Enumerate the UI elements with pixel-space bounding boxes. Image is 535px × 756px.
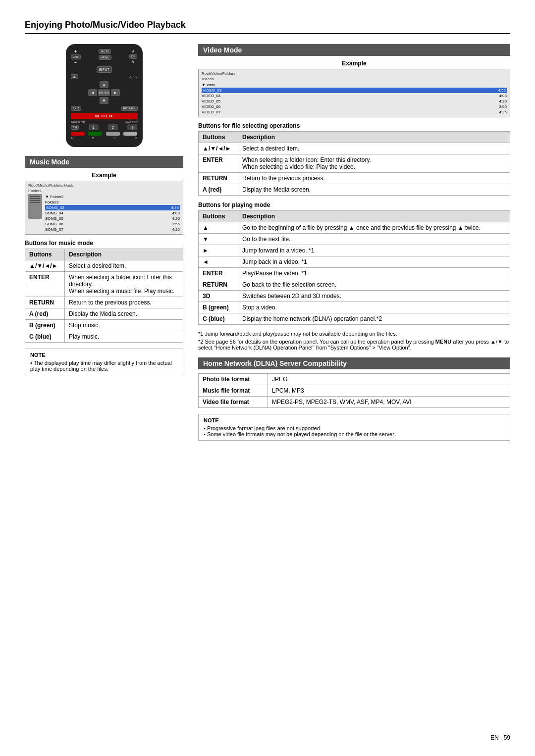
- music-desc-return: Return to the previous process.: [65, 297, 183, 308]
- table-row: ► Jump forward in a video. *1: [199, 245, 510, 256]
- ch-num-button[interactable]: CH: [71, 125, 79, 130]
- ch-button[interactable]: CH: [129, 54, 138, 59]
- nav-cluster: ▲ ◄ ENTER ► ▼: [71, 81, 138, 104]
- music-btn-green: B (green): [25, 320, 65, 331]
- pm-desc-blue: Display the home network (DLNA) operatio…: [238, 313, 510, 325]
- c-button[interactable]: [106, 132, 120, 136]
- fs-desc-nav: Select a desired item.: [238, 143, 510, 154]
- music-song-03: SONG_034:35: [45, 205, 180, 210]
- pm-col-buttons: Buttons: [199, 211, 238, 222]
- pm-btn-3d: 3D: [199, 291, 238, 302]
- footnote-1: *1 Jump forward/back and play/pause may …: [198, 331, 510, 337]
- dlna-header: Home Network (DLNA) Server Compatibility: [198, 357, 510, 369]
- music-song-06: SONG_063:55: [45, 221, 180, 227]
- table-row: ENTER When selecting a folder icon: Ente…: [199, 154, 510, 173]
- music-song-07: SONG_074:26: [45, 227, 180, 232]
- table-row: RETURN Return to the previous process.: [25, 297, 183, 308]
- video-screen-folder: Videos: [202, 77, 507, 81]
- music-screen-example: Root/Music/Folders/Music Folder1 ▼ Fo: [25, 181, 183, 235]
- page-number: EN · 59: [490, 734, 510, 741]
- music-btn-red: A (red): [25, 308, 65, 320]
- return-button[interactable]: RETURN: [121, 106, 138, 111]
- dlna-photo-value: JPEG: [268, 374, 510, 385]
- abcd-labels: ABCD: [71, 137, 138, 140]
- netflix-button[interactable]: NETFLIX: [71, 113, 138, 119]
- fs-col-buttons: Buttons: [199, 132, 238, 143]
- music-table-title: Buttons for music mode: [25, 240, 183, 247]
- pm-desc-up: Go to the beginning of a file by pressin…: [238, 222, 510, 234]
- video-example-label: Example: [198, 60, 510, 67]
- music-desc-nav: Select a desired item.: [65, 260, 183, 272]
- nav-left-button[interactable]: ◄: [88, 89, 97, 96]
- music-col-desc: Description: [65, 249, 183, 260]
- num3-button[interactable]: 3: [127, 124, 137, 130]
- dlna-photo-label: Photo file format: [199, 374, 268, 385]
- dlna-note-item-2: Some video file formats may not be playe…: [204, 431, 505, 437]
- file-selecting-table: Buttons for file selecting operations Bu…: [198, 122, 510, 196]
- num2-button[interactable]: 2: [108, 124, 118, 130]
- fs-btn-enter: ENTER: [199, 154, 238, 173]
- music-btn-nav: ▲/▼/◄/►: [25, 260, 65, 272]
- green-button[interactable]: [88, 132, 102, 136]
- music-folder-item2: Folder3: [45, 200, 180, 205]
- pm-btn-down: ▼: [199, 234, 238, 245]
- mute-button[interactable]: MUTE: [99, 49, 111, 54]
- table-row: ◄ Jump back in a video. *1: [199, 256, 510, 268]
- table-row: Video file format MPEG2-PS, MPEG2-TS, WM…: [199, 397, 510, 408]
- dlna-note-item-1: Progressive format jpeg files are not su…: [204, 425, 505, 431]
- 3d-button[interactable]: 3D: [71, 74, 79, 79]
- pm-desc-green: Stop a video.: [238, 302, 510, 313]
- dlna-note-title: NOTE: [204, 417, 505, 423]
- music-icon: [28, 194, 42, 219]
- video-06-item: VIDEO_063:50: [202, 104, 507, 109]
- table-row: Music file format LPCM, MP3: [199, 385, 510, 397]
- music-col-buttons: Buttons: [25, 249, 65, 260]
- video-07-item: VIDEO_074:26: [202, 109, 507, 115]
- footnote-2: *2 See page 56 for details on the operat…: [198, 339, 510, 351]
- table-row: C (blue) Play music.: [25, 331, 183, 343]
- pm-desc-down: Go to the next file.: [238, 234, 510, 245]
- pm-btn-fwd: ►: [199, 245, 238, 256]
- vol-button[interactable]: VOL: [71, 54, 81, 59]
- video-file-list: ▼ xmrv VIDEO_034:56 VIDEO_044:08 VIDEO_0…: [202, 82, 507, 115]
- music-song-05: SONG_054:20: [45, 216, 180, 221]
- table-row: C (blue) Display the home network (DLNA)…: [199, 313, 510, 325]
- table-row: 3D Switches between 2D and 3D modes.: [199, 291, 510, 302]
- table-row: B (green) Stop a video.: [199, 302, 510, 313]
- red-button[interactable]: [71, 132, 85, 136]
- music-btn-blue: C (blue): [25, 331, 65, 343]
- pm-btn-enter: ENTER: [199, 268, 238, 279]
- music-file-list: ▼ Folder2 Folder3 SONG_034:35 SONG_044:0…: [45, 194, 180, 232]
- music-screen-folder: Folder1: [28, 189, 180, 193]
- music-note-item: The displayed play time may differ sligh…: [30, 360, 178, 372]
- menu-button[interactable]: MENU: [99, 55, 111, 60]
- input-button[interactable]: INPUT: [97, 66, 112, 73]
- table-row: ENTER Play/Pause the video. *1: [199, 268, 510, 279]
- num1-button[interactable]: 1: [89, 124, 99, 130]
- music-desc-blue: Play music.: [65, 331, 183, 343]
- dlna-music-value: LPCM, MP3: [268, 385, 510, 397]
- table-row: RETURN Go back to the file selection scr…: [199, 279, 510, 291]
- pm-btn-up: ▲: [199, 222, 238, 234]
- pm-btn-return: RETURN: [199, 279, 238, 291]
- enter-button[interactable]: ENTER: [98, 89, 110, 96]
- file-selecting-title: Buttons for file selecting operations: [198, 122, 510, 129]
- nav-down-button[interactable]: ▼: [100, 97, 108, 104]
- pm-desc-fwd: Jump forward in a video. *1: [238, 245, 510, 256]
- nav-up-button[interactable]: ▲: [100, 81, 108, 88]
- fs-desc-return: Return to the previous process.: [238, 173, 510, 184]
- dlna-table: Photo file format JPEG Music file format…: [198, 373, 510, 408]
- nav-right-button[interactable]: ►: [111, 89, 120, 96]
- dlna-video-value: MPEG2-PS, MPEG2-TS, WMV, ASF, MP4, MOV, …: [268, 397, 510, 408]
- pm-btn-blue: C (blue): [199, 313, 238, 325]
- dlna-note-box: NOTE Progressive format jpeg files are n…: [198, 414, 510, 441]
- pm-col-desc: Description: [238, 211, 510, 222]
- fs-col-desc: Description: [238, 132, 510, 143]
- video-screen-path: Root/Video/Folders: [202, 71, 507, 76]
- d-button[interactable]: [123, 132, 137, 136]
- music-song-04: SONG_044:08: [45, 210, 180, 216]
- fs-desc-enter: When selecting a folder icon: Enter this…: [238, 154, 510, 173]
- exit-button[interactable]: EXIT: [71, 106, 81, 111]
- pm-desc-enter: Play/Pause the video. *1: [238, 268, 510, 279]
- table-row: Photo file format JPEG: [199, 374, 510, 385]
